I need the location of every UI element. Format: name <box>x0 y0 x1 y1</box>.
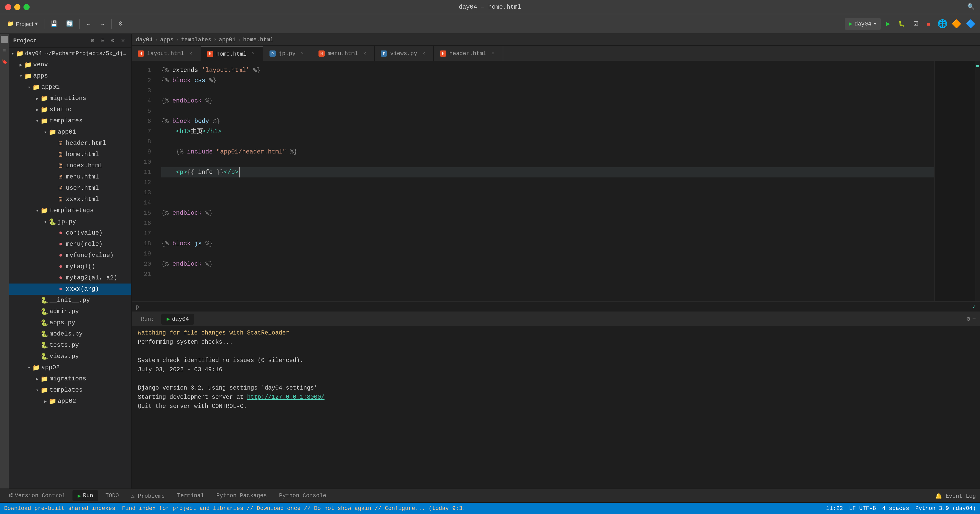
tab-python-packages[interactable]: Python Packages <box>211 490 272 501</box>
breadcrumb-part-1[interactable]: day04 <box>136 36 153 43</box>
tree-item-migrations[interactable]: ▶ 📁 migrations <box>9 93 131 104</box>
tab-close-menu[interactable]: × <box>361 50 368 57</box>
tree-item-index-html[interactable]: 🗎 index.html <box>9 160 131 171</box>
event-log[interactable]: 🔔 Event Log <box>935 492 976 499</box>
tab-todo[interactable]: TODO <box>100 490 124 501</box>
code-editor[interactable]: {% extends 'layout.html' %} {% block css… <box>157 61 934 301</box>
tree-item-jp-py[interactable]: ▾ 🐍 jp.py <box>9 216 131 227</box>
status-indent[interactable]: 4 spaces <box>882 505 909 511</box>
tree-item-con[interactable]: ● con(value) <box>9 227 131 239</box>
forward-button[interactable]: → <box>97 17 108 30</box>
run-line-blank-1 <box>138 347 974 356</box>
tab-jp[interactable]: P jp.py × <box>263 46 312 61</box>
close-panel-icon[interactable]: − <box>972 315 976 323</box>
tree-item-xxxx-html[interactable]: 🗎 xxxx.html <box>9 194 131 205</box>
terminal-output[interactable]: Watching for file changes with StatReloa… <box>132 326 980 489</box>
tree-item-header-html[interactable]: 🗎 header.html <box>9 138 131 149</box>
tree-item-venv[interactable]: ▶ 📁 venv <box>9 59 131 70</box>
sync-button[interactable]: 🔄 <box>63 17 76 30</box>
breadcrumb-part-2[interactable]: apps <box>160 36 173 43</box>
tab-home[interactable]: H home.html × <box>201 46 263 61</box>
debug-button[interactable]: 🐛 <box>895 17 908 30</box>
tree-item-templates[interactable]: ▾ 📁 templates <box>9 115 131 127</box>
tab-close-jp[interactable]: × <box>299 50 306 57</box>
tree-item-init[interactable]: 🐍 __init__.py <box>9 295 131 306</box>
tree-item-migrations2[interactable]: ▶ 📁 migrations <box>9 373 131 384</box>
stop-button[interactable]: ■ <box>924 17 933 30</box>
breadcrumb-part-3[interactable]: templates <box>181 36 211 43</box>
tree-item-tests[interactable]: 🐍 tests.py <box>9 339 131 351</box>
tab-problems[interactable]: ⚠ Problems <box>126 490 170 501</box>
tab-close-home[interactable]: × <box>250 50 257 57</box>
browser-icon[interactable]: 🌐 <box>937 20 948 29</box>
status-message[interactable]: Download pre-built shared indexes: Find … <box>4 505 463 511</box>
search-icon[interactable]: 🔍 <box>967 3 975 11</box>
tree-item-mytag2[interactable]: ● mytag2(a1, a2) <box>9 272 131 284</box>
tree-item-templates2[interactable]: ▾ 📁 templates <box>9 384 131 396</box>
tree-item-home-html[interactable]: 🗎 home.html <box>9 149 131 160</box>
save-all-button[interactable]: 💾 <box>48 17 61 30</box>
tree-item-templatetags[interactable]: ▾ 📁 templatetags <box>9 205 131 216</box>
breadcrumb-part-4[interactable]: app01 <box>219 36 235 43</box>
tab-close-views[interactable]: × <box>420 50 428 57</box>
project-button[interactable]: 📁 Project ▾ <box>4 17 41 30</box>
tree-item-apps[interactable]: ▾ 📁 apps <box>9 70 131 82</box>
tree-item-mytag1[interactable]: ● mytag1() <box>9 261 131 272</box>
tree-collapse-btn[interactable]: ⊟ <box>99 36 107 44</box>
tree-item-day04[interactable]: ▾ 📁 day04 ~/PycharmProjects/5x_django... <box>9 48 131 59</box>
status-line-col[interactable]: 11:22 <box>826 505 843 511</box>
traffic-lights[interactable] <box>5 4 30 10</box>
settings-icon[interactable]: ⚙ <box>966 315 970 323</box>
html-icon: H <box>138 51 144 57</box>
tree-label: index.html <box>66 162 103 169</box>
project-panel-icon[interactable] <box>1 36 8 43</box>
panel-tab-run-icon[interactable]: ▶ day04 <box>162 313 194 325</box>
tab-close-layout[interactable]: × <box>187 50 194 57</box>
tree-settings-btn[interactable]: ⚙ <box>109 36 117 44</box>
tab-menu[interactable]: H menu.html × <box>312 46 375 61</box>
run-button[interactable]: ▶ <box>883 17 893 30</box>
tab-close-header[interactable]: × <box>490 50 496 57</box>
tab-run[interactable]: ▶ Run <box>73 490 98 501</box>
plugin-icon-2[interactable]: 🔷 <box>966 20 976 29</box>
tab-layout[interactable]: H layout.html × <box>132 46 201 61</box>
structure-icon[interactable]: ≡ <box>1 47 8 54</box>
tree-item-app01-sub[interactable]: ▾ 📁 app01 <box>9 127 131 138</box>
tree-item-models[interactable]: 🐍 models.py <box>9 328 131 339</box>
tree-item-apps-py[interactable]: 🐍 apps.py <box>9 317 131 328</box>
run-line-7: Quit the server with CONTROL-C. <box>138 402 974 411</box>
tree-item-myfunc[interactable]: ● myfunc(value) <box>9 250 131 261</box>
maximize-button[interactable] <box>24 4 30 10</box>
tab-python-console[interactable]: Python Console <box>274 490 331 501</box>
run-config[interactable]: ▶ day04 ▾ <box>845 17 881 30</box>
tree-item-user-html[interactable]: 🗎 user.html <box>9 182 131 194</box>
tree-refresh-btn[interactable]: ⊕ <box>88 36 97 44</box>
server-link[interactable]: http://127.0.0.1:8000/ <box>247 393 325 400</box>
close-button[interactable] <box>5 4 11 10</box>
plugin-icon-1[interactable]: 🔶 <box>951 20 962 29</box>
tab-header[interactable]: H header.html × <box>434 46 503 61</box>
minimize-button[interactable] <box>14 4 21 10</box>
tree-item-app02[interactable]: ▾ 📁 app02 <box>9 362 131 373</box>
tree-label: venv <box>33 61 48 68</box>
breadcrumb-part-5[interactable]: home.html <box>243 36 274 43</box>
separator-2 <box>80 19 80 29</box>
status-python[interactable]: Python 3.9 (day04) <box>915 505 976 511</box>
tree-item-app01[interactable]: ▾ 📁 app01 <box>9 82 131 93</box>
tree-item-xxxx-arg[interactable]: ● xxxx(arg) <box>9 284 131 295</box>
tree-close-btn[interactable]: ✕ <box>119 36 127 44</box>
tree-item-views[interactable]: 🐍 views.py <box>9 351 131 362</box>
tree-item-menu-html[interactable]: 🗎 menu.html <box>9 171 131 182</box>
settings-button[interactable]: ⚙ <box>115 17 126 30</box>
back-button[interactable]: ← <box>83 17 95 30</box>
tab-terminal[interactable]: Terminal <box>172 490 209 501</box>
tree-item-admin[interactable]: 🐍 admin.py <box>9 306 131 317</box>
tab-version-control[interactable]: ⑆ Version Control <box>4 490 70 501</box>
run-with-coverage-button[interactable]: ☑ <box>910 17 921 30</box>
tree-item-static[interactable]: ▶ 📁 static <box>9 104 131 115</box>
bookmark-icon[interactable]: 🔖 <box>1 58 8 65</box>
tree-item-menu-role[interactable]: ● menu(role) <box>9 239 131 250</box>
status-encoding[interactable]: LF UTF-8 <box>849 505 876 511</box>
tab-views[interactable]: P views.py × <box>375 46 434 61</box>
tree-item-app02-sub[interactable]: ▶ 📁 app02 <box>9 396 131 407</box>
